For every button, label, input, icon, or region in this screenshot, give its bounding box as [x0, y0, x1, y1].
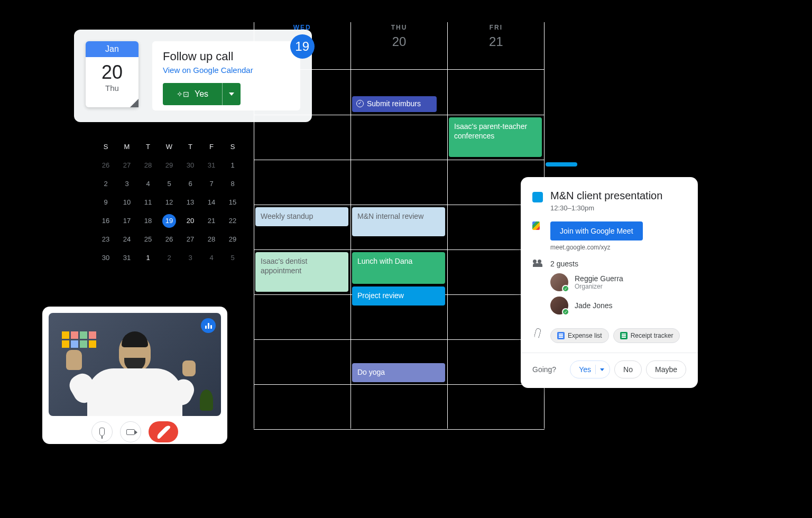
mini-cal-day[interactable]: 12 [159, 193, 180, 211]
mini-cal-day[interactable]: 9 [95, 193, 116, 211]
guest-role: Organizer [575, 283, 623, 290]
rsvp-yes-button[interactable]: ✧⊡ Yes [163, 83, 241, 105]
mini-cal-day[interactable]: 30 [180, 156, 201, 174]
mini-cal-day[interactable]: 4 [137, 174, 159, 193]
rsvp-no-pill[interactable]: No [614, 360, 642, 378]
hangup-button[interactable] [149, 421, 178, 442]
event-parent-teacher[interactable]: Isaac's parent-teacher conferences [449, 117, 542, 157]
mini-cal-day[interactable]: 24 [116, 230, 137, 248]
people-icon [533, 260, 542, 267]
week-date-label: 20 [350, 34, 447, 49]
detail-time: 12:30–1:30pm [550, 204, 662, 212]
mini-cal-day[interactable]: 19 [159, 211, 180, 230]
week-grid: WED19THU20FRI21 ✓Submit reimburs Isaac's… [254, 24, 545, 429]
mini-cal-day[interactable]: 15 [222, 193, 243, 211]
date-tile-day: 20 [86, 57, 139, 84]
mini-cal-day[interactable]: 6 [180, 174, 201, 193]
date-tile-dow: Thu [86, 84, 139, 97]
mini-cal-day[interactable]: 17 [116, 211, 137, 230]
mini-cal-day[interactable]: 22 [222, 211, 243, 230]
attachment-expense-list[interactable]: Expense list [550, 328, 609, 343]
mini-cal-day[interactable]: 20 [180, 211, 201, 230]
mini-cal-header-cell: T [137, 137, 159, 156]
event-submit-reimburs[interactable]: ✓Submit reimburs [352, 96, 437, 112]
event-project-review[interactable]: Project review [352, 286, 445, 306]
check-icon: ✓ [562, 308, 569, 316]
mini-cal-day[interactable]: 4 [201, 248, 222, 267]
docs-icon [557, 332, 565, 339]
guest-name: Jade Jones [575, 301, 613, 310]
week-header-day[interactable]: FRI21 [448, 24, 545, 59]
mini-cal-day[interactable]: 1 [222, 156, 243, 174]
rsvp-dropdown-button[interactable] [222, 83, 241, 105]
mini-cal-day[interactable]: 3 [180, 248, 201, 267]
guest-row[interactable]: ✓ Reggie Guerra Organizer [550, 273, 686, 291]
mini-cal-day[interactable]: 1 [137, 248, 159, 267]
person-illustration [87, 334, 182, 416]
mini-cal-day[interactable]: 29 [159, 156, 180, 174]
week-date-label: 21 [448, 34, 545, 49]
mute-button[interactable] [91, 421, 113, 442]
mini-cal-day[interactable]: 18 [137, 211, 159, 230]
camera-button[interactable] [120, 421, 141, 442]
attachment-icon [534, 328, 541, 338]
mini-cal-day[interactable]: 26 [159, 230, 180, 248]
mini-cal-day[interactable]: 5 [222, 248, 243, 267]
mini-cal-day[interactable]: 8 [222, 174, 243, 193]
plant-icon [200, 390, 213, 411]
mini-cal-day[interactable]: 5 [159, 174, 180, 193]
chevron-down-icon [600, 368, 604, 371]
week-header-day[interactable]: THU20 [350, 24, 447, 59]
mini-cal-day[interactable]: 2 [159, 248, 180, 267]
week-header-day[interactable]: WED19 [254, 24, 350, 59]
week-dow-label: WED [254, 24, 350, 31]
rsvp-yes-pill[interactable]: Yes [570, 360, 610, 378]
mini-cal-day[interactable]: 31 [201, 156, 222, 174]
mini-cal-day[interactable]: 30 [95, 248, 116, 267]
mini-cal-day[interactable]: 16 [95, 211, 116, 230]
mini-cal-day[interactable]: 28 [201, 230, 222, 248]
google-meet-icon [532, 221, 543, 232]
date-tile: Jan 20 Thu [86, 41, 139, 107]
sparkle-icon: ✧⊡ [177, 90, 189, 98]
mini-cal-day[interactable]: 10 [116, 193, 137, 211]
event-fragment[interactable] [546, 162, 577, 166]
rsvp-yes-label: Yes [195, 89, 208, 99]
week-body[interactable]: ✓Submit reimburs Isaac's parent-teacher … [254, 69, 545, 429]
guest-row[interactable]: ✓ Jade Jones [550, 297, 686, 314]
mini-cal-day[interactable]: 31 [116, 248, 137, 267]
mini-cal-day[interactable]: 7 [201, 174, 222, 193]
mini-cal-day[interactable]: 21 [201, 211, 222, 230]
guest-name: Reggie Guerra [575, 274, 623, 283]
mini-cal-day[interactable]: 23 [95, 230, 116, 248]
rsvp-maybe-pill[interactable]: Maybe [646, 360, 686, 378]
attachment-receipt-tracker[interactable]: Receipt tracker [613, 328, 680, 343]
sheets-icon [620, 332, 628, 339]
avatar: ✓ [550, 273, 568, 291]
mini-cal-header-cell: T [180, 137, 201, 156]
event-lunch[interactable]: Lunch with Dana [352, 252, 445, 284]
event-detail-card: M&N client presentation 12:30–1:30pm Joi… [521, 177, 698, 388]
chevron-down-icon [229, 92, 234, 96]
mini-cal-day[interactable]: 25 [137, 230, 159, 248]
mini-cal-day[interactable]: 14 [201, 193, 222, 211]
event-yoga[interactable]: Do yoga [352, 363, 445, 382]
going-label: Going? [532, 365, 564, 374]
check-circle-icon: ✓ [356, 100, 364, 107]
mini-cal-day[interactable]: 26 [95, 156, 116, 174]
join-meet-button[interactable]: Join with Google Meet [550, 221, 643, 240]
mini-cal-day[interactable]: 27 [180, 230, 201, 248]
mini-cal-day[interactable]: 27 [116, 156, 137, 174]
mini-cal-day[interactable]: 13 [180, 193, 201, 211]
mini-calendar: SMTWTFS 26272829303112345678910111213141… [95, 137, 243, 267]
video-call-card [42, 307, 227, 444]
avatar: ✓ [550, 297, 568, 314]
mini-cal-day[interactable]: 3 [116, 174, 137, 193]
mini-cal-day[interactable]: 29 [222, 230, 243, 248]
event-dentist[interactable]: Isaac's dentist appointment [255, 252, 348, 292]
event-weekly-standup[interactable]: Weekly standup [255, 207, 348, 226]
mini-cal-day[interactable]: 2 [95, 174, 116, 193]
event-internal-review[interactable]: M&N internal review [352, 207, 445, 236]
mini-cal-day[interactable]: 28 [137, 156, 159, 174]
mini-cal-day[interactable]: 11 [137, 193, 159, 211]
